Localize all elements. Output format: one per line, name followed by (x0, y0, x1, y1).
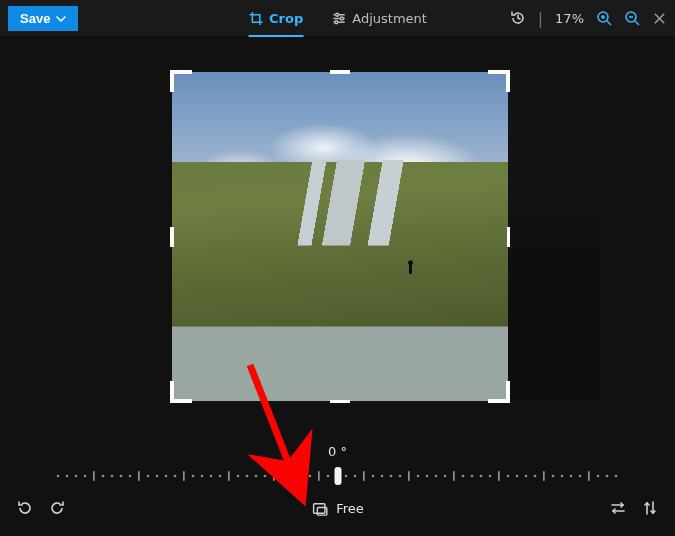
svg-rect-40 (273, 471, 275, 481)
svg-point-54 (398, 475, 401, 478)
aspect-ratio-button[interactable]: Free (311, 500, 364, 517)
zoom-in-icon[interactable] (596, 10, 612, 26)
svg-point-61 (461, 475, 464, 478)
svg-rect-55 (408, 471, 410, 481)
zoom-out-icon[interactable] (624, 10, 640, 26)
svg-point-58 (434, 475, 437, 478)
svg-point-39 (263, 475, 266, 478)
svg-line-11 (635, 21, 639, 25)
svg-point-53 (389, 475, 392, 478)
svg-point-17 (65, 475, 68, 478)
svg-point-72 (560, 475, 563, 478)
svg-point-62 (470, 475, 473, 478)
svg-rect-65 (498, 471, 500, 481)
svg-rect-79 (313, 503, 324, 512)
save-button[interactable]: Save (8, 6, 78, 31)
editor-canvas[interactable] (0, 36, 675, 440)
svg-point-74 (578, 475, 581, 478)
svg-point-26 (146, 475, 149, 478)
svg-point-28 (164, 475, 167, 478)
svg-point-43 (299, 475, 302, 478)
svg-rect-70 (543, 471, 545, 481)
flip-vertical-icon[interactable] (641, 499, 659, 517)
rotation-slider[interactable] (48, 467, 628, 485)
svg-point-77 (605, 475, 608, 478)
svg-point-76 (596, 475, 599, 478)
tab-crop[interactable]: Crop (248, 0, 303, 36)
svg-point-66 (506, 475, 509, 478)
cropped-out-region (508, 72, 600, 401)
svg-rect-35 (228, 471, 230, 481)
svg-point-24 (128, 475, 131, 478)
svg-rect-45 (318, 471, 320, 481)
svg-point-23 (119, 475, 122, 478)
close-icon[interactable] (652, 11, 667, 26)
svg-point-21 (101, 475, 104, 478)
svg-rect-50 (363, 471, 365, 481)
svg-point-22 (110, 475, 113, 478)
svg-point-31 (191, 475, 194, 478)
rotation-readout: 0 ° (328, 444, 347, 459)
svg-point-57 (425, 475, 428, 478)
history-icon[interactable] (510, 10, 526, 26)
tab-crop-label: Crop (269, 11, 303, 26)
chevron-down-icon (56, 16, 66, 22)
svg-rect-25 (138, 471, 140, 481)
svg-point-38 (254, 475, 257, 478)
svg-line-7 (607, 21, 611, 25)
svg-point-34 (218, 475, 221, 478)
svg-point-67 (515, 475, 518, 478)
svg-point-42 (290, 475, 293, 478)
svg-point-33 (209, 475, 212, 478)
flip-horizontal-icon[interactable] (609, 499, 627, 517)
svg-rect-75 (588, 471, 590, 481)
aspect-ratio-label: Free (336, 501, 364, 516)
svg-point-46 (326, 475, 329, 478)
svg-point-5 (334, 20, 337, 23)
svg-rect-30 (183, 471, 185, 481)
svg-point-44 (308, 475, 311, 478)
svg-point-3 (340, 17, 343, 20)
svg-point-41 (281, 475, 284, 478)
svg-point-16 (56, 475, 59, 478)
svg-point-59 (443, 475, 446, 478)
rotate-cw-icon[interactable] (48, 499, 66, 517)
aspect-ratio-icon (311, 500, 328, 517)
rotate-ccw-icon[interactable] (16, 499, 34, 517)
svg-point-51 (371, 475, 374, 478)
zoom-level: 17% (555, 11, 584, 26)
svg-point-52 (380, 475, 383, 478)
svg-point-27 (155, 475, 158, 478)
svg-point-73 (569, 475, 572, 478)
svg-point-36 (236, 475, 239, 478)
svg-point-32 (200, 475, 203, 478)
crop-icon (248, 11, 263, 26)
save-label: Save (20, 11, 50, 26)
svg-point-78 (614, 475, 617, 478)
svg-point-1 (335, 13, 338, 16)
separator: | (538, 9, 543, 28)
svg-point-71 (551, 475, 554, 478)
svg-point-49 (353, 475, 356, 478)
tab-adjustment[interactable]: Adjustment (331, 0, 427, 36)
svg-point-29 (173, 475, 176, 478)
rotation-slider-thumb[interactable] (334, 467, 341, 485)
svg-rect-20 (93, 471, 95, 481)
svg-point-19 (83, 475, 86, 478)
svg-point-68 (524, 475, 527, 478)
photo-preview[interactable] (172, 72, 508, 401)
svg-point-63 (479, 475, 482, 478)
svg-point-69 (533, 475, 536, 478)
svg-point-56 (416, 475, 419, 478)
svg-point-64 (488, 475, 491, 478)
tab-adjustment-label: Adjustment (352, 11, 427, 26)
adjustment-icon (331, 11, 346, 26)
svg-point-18 (74, 475, 77, 478)
svg-rect-60 (453, 471, 455, 481)
svg-point-37 (245, 475, 248, 478)
svg-point-48 (344, 475, 347, 478)
